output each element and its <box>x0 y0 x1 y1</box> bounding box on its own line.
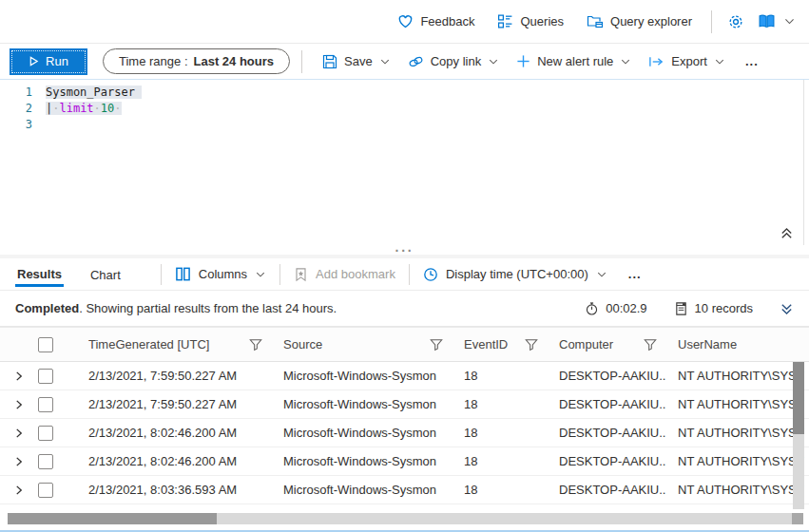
cell-eventid: 18 <box>453 397 548 411</box>
tabbar-divider <box>409 264 410 285</box>
filter-funnel-icon[interactable] <box>525 338 538 352</box>
panel-splitter[interactable]: ··· <box>0 245 809 258</box>
table-row[interactable]: 2/13/2021, 7:59:50.227 AM Microsoft-Wind… <box>0 362 809 390</box>
row-expand-chevron-icon[interactable] <box>13 456 25 467</box>
top-action-bar: Feedback Queries Query explorer <box>0 0 809 44</box>
vertical-scrollbar[interactable] <box>793 362 804 509</box>
column-header-source[interactable]: Source <box>272 337 453 352</box>
table-row[interactable]: 2/13/2021, 8:03:36.593 AM Microsoft-Wind… <box>0 476 809 504</box>
table-row[interactable]: 2/13/2021, 8:02:46.200 AM Microsoft-Wind… <box>0 419 809 447</box>
table-row[interactable]: 2/13/2021, 8:02:46.200 AM Microsoft-Wind… <box>0 447 809 476</box>
run-button[interactable]: Run <box>10 48 87 75</box>
queries-button[interactable]: Queries <box>497 13 564 29</box>
query-explorer-button[interactable]: Query explorer <box>587 13 692 29</box>
table-header-row: TimeGenerated [UTC] Source EventID Compu… <box>0 327 809 362</box>
cell-eventid: 18 <box>453 454 548 468</box>
double-chevron-down-icon <box>780 302 794 316</box>
arrow-bar-right-icon <box>648 55 665 68</box>
row-expand-chevron-icon[interactable] <box>13 370 25 382</box>
row-checkbox[interactable] <box>38 483 53 498</box>
cell-source: Microsoft-Windows-Sysmon <box>272 426 453 440</box>
results-overflow-button[interactable]: ... <box>628 267 642 281</box>
table-row[interactable]: 2/13/2021, 7:59:50.227 AM Microsoft-Wind… <box>0 390 809 419</box>
row-expand-chevron-icon[interactable] <box>13 428 25 439</box>
display-time-label: Display time (UTC+00:00) <box>446 267 588 281</box>
scrollbar-corner <box>792 513 803 524</box>
display-time-button[interactable]: Display time (UTC+00:00) <box>423 267 607 282</box>
status-message: . Showing partial results from the last … <box>79 301 337 315</box>
whitespace-dot: · <box>94 102 101 115</box>
query-editor[interactable]: 1 Sysmon_Parser 2 |·limit·10· 3 <box>0 80 809 245</box>
new-alert-rule-button[interactable]: New alert rule <box>516 54 631 68</box>
export-button[interactable]: Export <box>648 54 725 68</box>
column-header-timegenerated[interactable]: TimeGenerated [UTC] <box>72 337 272 352</box>
results-table: TimeGenerated [UTC] Source EventID Compu… <box>0 327 809 504</box>
cell-username: NT AUTHORITY\SYST <box>666 483 809 497</box>
editor-line: 1 Sysmon_Parser <box>0 85 809 101</box>
row-checkbox[interactable] <box>38 454 53 469</box>
query-status-bar: Completed. Showing partial results from … <box>0 291 809 327</box>
records-value: 10 records <box>695 301 753 315</box>
vertical-scrollbar-thumb[interactable] <box>793 362 804 434</box>
filter-funnel-icon[interactable] <box>249 338 262 352</box>
settings-button[interactable] <box>727 13 744 30</box>
copy-link-button[interactable]: Copy link <box>408 54 499 69</box>
heart-icon <box>397 13 414 29</box>
columns-button[interactable]: Columns <box>175 266 266 282</box>
row-checkbox[interactable] <box>38 397 53 412</box>
cell-source: Microsoft-Windows-Sysmon <box>272 397 453 411</box>
line-number: 1 <box>0 85 32 101</box>
cell-eventid: 18 <box>453 483 548 497</box>
column-header-computer[interactable]: Computer <box>548 337 666 352</box>
splitter-handle: ··· <box>395 246 414 256</box>
bookmark-icon <box>294 267 308 282</box>
whitespace-dot: · <box>114 102 121 115</box>
cell-computer: DESKTOP-AAKIU... <box>548 454 666 468</box>
horizontal-scrollbar-thumb[interactable] <box>8 513 217 524</box>
filter-funnel-icon[interactable] <box>644 338 657 352</box>
chevron-down-icon <box>596 269 607 280</box>
cell-username: NT AUTHORITY\SYST <box>666 426 809 440</box>
docs-button[interactable] <box>758 13 776 29</box>
tab-chart[interactable]: Chart <box>88 262 123 286</box>
row-checkbox[interactable] <box>38 426 53 441</box>
save-button[interactable]: Save <box>322 54 391 69</box>
collapse-editor-button[interactable] <box>780 225 794 241</box>
row-expand-chevron-icon[interactable] <box>13 484 25 496</box>
docs-dropdown-chevron[interactable] <box>783 15 796 28</box>
cell-computer: DESKTOP-AAKIU... <box>548 369 666 383</box>
select-all-checkbox[interactable] <box>38 337 53 352</box>
toolbar-overflow-button[interactable]: ... <box>745 54 759 68</box>
horizontal-scrollbar[interactable] <box>8 513 803 524</box>
tabbar-divider <box>161 264 162 285</box>
column-header-username[interactable]: UserName <box>666 337 809 352</box>
keyword-token: limit <box>59 102 93 115</box>
cell-timegenerated: 2/13/2021, 8:02:46.200 AM <box>72 454 272 468</box>
play-icon <box>29 56 39 66</box>
chevron-down-icon <box>379 56 391 67</box>
toolbar-divider <box>301 50 302 73</box>
row-checkbox[interactable] <box>38 369 53 384</box>
cell-eventid: 18 <box>453 369 548 383</box>
save-label: Save <box>344 54 373 68</box>
expand-results-button[interactable] <box>780 300 794 315</box>
row-expand-chevron-icon[interactable] <box>13 399 25 410</box>
feedback-button[interactable]: Feedback <box>397 13 474 29</box>
new-alert-rule-label: New alert rule <box>537 54 613 68</box>
column-header-eventid[interactable]: EventID <box>453 337 548 352</box>
time-range-picker[interactable]: Time range : Last 24 hours <box>103 48 290 74</box>
copy-link-label: Copy link <box>431 54 481 68</box>
status-label: Completed <box>15 301 79 315</box>
cell-source: Microsoft-Windows-Sysmon <box>272 369 453 383</box>
add-bookmark-button[interactable]: Add bookmark <box>294 267 395 282</box>
queries-label: Queries <box>520 14 564 28</box>
line-number: 3 <box>0 117 32 133</box>
editor-line: 2 |·limit·10· <box>0 101 809 117</box>
bullet-list-icon <box>497 13 513 29</box>
cell-source: Microsoft-Windows-Sysmon <box>272 454 453 468</box>
export-label: Export <box>671 54 707 68</box>
filter-funnel-icon[interactable] <box>430 338 443 352</box>
cell-computer: DESKTOP-AAKIU... <box>548 426 666 440</box>
query-toolbar: Run Time range : Last 24 hours Save Copy… <box>0 44 809 80</box>
tab-results[interactable]: Results <box>15 261 64 287</box>
